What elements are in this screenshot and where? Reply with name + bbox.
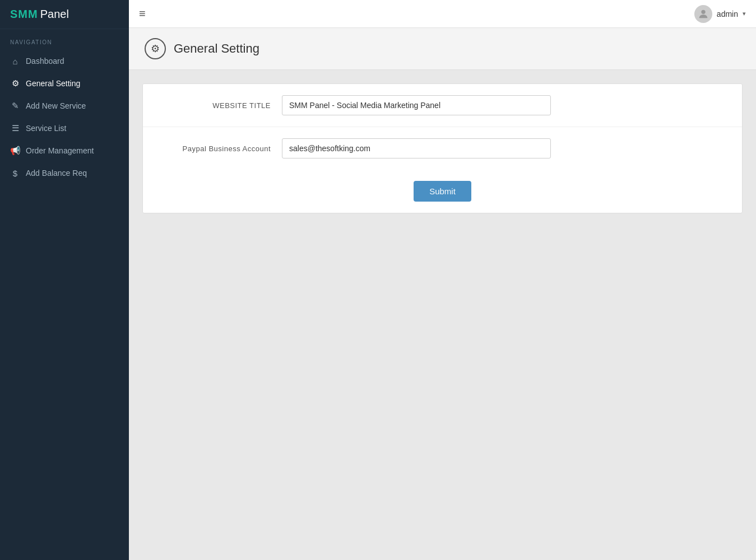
gear-icon: ⚙ xyxy=(145,38,166,59)
form-row-paypal-account: Paypal Business Account xyxy=(143,127,742,170)
hamburger-icon[interactable]: ≡ xyxy=(139,7,146,20)
avatar xyxy=(694,5,712,23)
logo-area: SMM Panel xyxy=(0,0,129,29)
form-fields: WEBSITE TITLEPaypal Business Account xyxy=(143,84,742,170)
svg-point-0 xyxy=(701,10,705,13)
page-header: ⚙ General Setting xyxy=(129,28,756,70)
sidebar-item-label-order-management: Order Management xyxy=(26,146,94,155)
sidebar-item-add-balance-req[interactable]: $Add Balance Req xyxy=(0,162,129,184)
dashboard-icon: ⌂ xyxy=(10,56,20,66)
logo-smm: SMM xyxy=(10,8,38,21)
nav-items: ⌂Dashboard⚙General Setting✎Add New Servi… xyxy=(0,50,129,184)
sidebar-item-dashboard[interactable]: ⌂Dashboard xyxy=(0,50,129,72)
input-paypal-account[interactable] xyxy=(282,138,551,158)
sidebar-item-label-add-balance-req: Add Balance Req xyxy=(26,169,87,178)
submit-button[interactable]: Submit xyxy=(414,181,471,202)
sidebar-item-general-setting[interactable]: ⚙General Setting xyxy=(0,72,129,95)
content-area: ⚙ General Setting WEBSITE TITLEPaypal Bu… xyxy=(129,28,756,560)
label-paypal-account: Paypal Business Account xyxy=(159,144,282,153)
form-card: WEBSITE TITLEPaypal Business Account Sub… xyxy=(142,83,743,213)
topbar: ≡ admin ▾ xyxy=(129,0,756,28)
service-list-icon: ☰ xyxy=(10,123,20,133)
sidebar-item-label-add-new-service: Add New Service xyxy=(26,101,86,110)
page-title: General Setting xyxy=(174,41,259,56)
order-management-icon: 📢 xyxy=(10,146,20,156)
admin-menu[interactable]: admin ▾ xyxy=(694,5,746,23)
chevron-down-icon: ▾ xyxy=(743,10,746,17)
general-setting-icon: ⚙ xyxy=(10,78,20,88)
add-balance-req-icon: $ xyxy=(10,168,20,178)
sidebar-item-service-list[interactable]: ☰Service List xyxy=(0,117,129,139)
logo-panel: Panel xyxy=(40,8,69,21)
form-row-website-title: WEBSITE TITLE xyxy=(143,84,742,127)
add-new-service-icon: ✎ xyxy=(10,101,20,111)
nav-label: NAVIGATION xyxy=(0,29,129,50)
input-website-title[interactable] xyxy=(282,95,551,115)
main-area: ≡ admin ▾ ⚙ General Setting WEBSITE TITL… xyxy=(129,0,756,560)
admin-label: admin xyxy=(717,10,738,18)
sidebar-item-add-new-service[interactable]: ✎Add New Service xyxy=(0,95,129,117)
sidebar: SMM Panel NAVIGATION ⌂Dashboard⚙General … xyxy=(0,0,129,560)
label-website-title: WEBSITE TITLE xyxy=(159,101,282,110)
sidebar-item-label-service-list: Service List xyxy=(26,124,66,133)
form-submit-row: Submit xyxy=(143,170,742,213)
sidebar-item-label-dashboard: Dashboard xyxy=(26,57,64,66)
sidebar-item-label-general-setting: General Setting xyxy=(26,79,80,88)
sidebar-item-order-management[interactable]: 📢Order Management xyxy=(0,139,129,162)
